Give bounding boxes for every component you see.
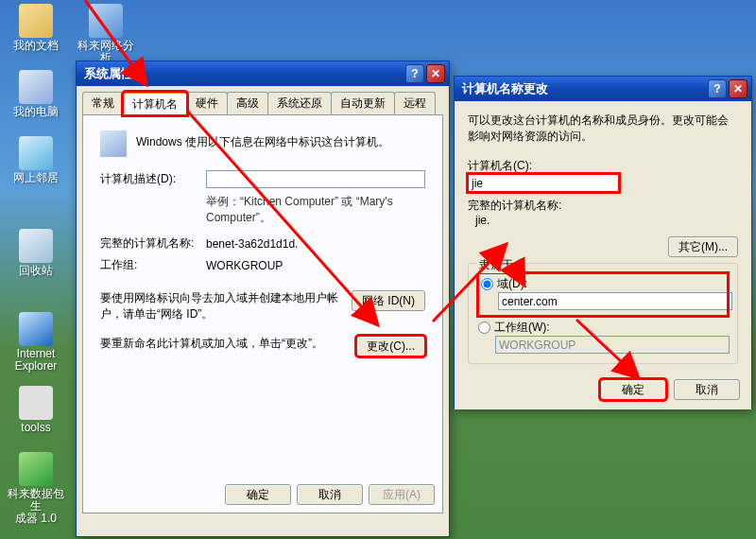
desktop-icon-toolss[interactable]: toolss xyxy=(6,386,66,434)
fullname-label: 完整的计算机名称: xyxy=(468,198,738,214)
computer-icon xyxy=(100,130,127,157)
help-button[interactable]: ? xyxy=(708,79,727,98)
titlebar[interactable]: 计算机名称更改 ? ✕ xyxy=(455,77,751,101)
member-of-group: 隶属于 域(D): 工作组(W): xyxy=(468,263,738,364)
desktop-icon-recycle[interactable]: 回收站 xyxy=(6,229,66,277)
workgroup-label: 工作组: xyxy=(100,257,206,273)
ok-button[interactable]: 确定 xyxy=(225,484,291,505)
desc-example: 举例：“Kitchen Computer” 或 “Mary's Computer… xyxy=(206,194,425,226)
desktop-icon-documents[interactable]: 我的文档 xyxy=(6,4,66,52)
tab-general[interactable]: 常规 xyxy=(82,92,124,115)
title-text: 系统属性 xyxy=(80,65,405,82)
tab-advanced[interactable]: 高级 xyxy=(227,92,268,115)
domain-input[interactable] xyxy=(498,292,732,310)
domain-radio[interactable] xyxy=(481,278,493,290)
cancel-button[interactable]: 取消 xyxy=(674,379,740,400)
window-rename: 计算机名称更改 ? ✕ 可以更改这台计算机的名称和成员身份。更改可能会影响对网络… xyxy=(454,76,752,409)
close-button[interactable]: ✕ xyxy=(729,79,747,98)
fullname-value: jie. xyxy=(468,214,738,227)
desktop-icon-packetgen[interactable]: 科来数据包生 成器 1.0 xyxy=(6,452,66,526)
computer-name-input[interactable] xyxy=(468,174,619,192)
ok-button[interactable]: 确定 xyxy=(600,379,666,400)
tab-hardware[interactable]: 硬件 xyxy=(186,92,228,115)
netid-text: 要使用网络标识向导去加入域并创建本地用户帐户，请单击“网络 ID”。 xyxy=(100,290,344,322)
apply-button[interactable]: 应用(A) xyxy=(369,484,435,505)
network-id-button[interactable]: 网络 ID(N) xyxy=(352,290,425,311)
intro-text: Windows 使用以下信息在网络中标识这台计算机。 xyxy=(136,130,425,157)
member-legend: 隶属于 xyxy=(476,257,516,273)
tab-remote[interactable]: 远程 xyxy=(394,92,436,115)
workgroup-input xyxy=(495,336,730,354)
workgroup-label: 工作组(W): xyxy=(494,320,550,336)
desc-input[interactable] xyxy=(206,170,425,188)
help-button[interactable]: ? xyxy=(405,64,424,83)
cancel-button[interactable]: 取消 xyxy=(297,484,363,505)
change-button[interactable]: 更改(C)... xyxy=(356,336,425,356)
desktop-icon-network[interactable]: 网上邻居 xyxy=(6,136,66,184)
domain-label: 域(D): xyxy=(497,276,527,292)
fullname-label: 完整的计算机名称: xyxy=(100,235,206,252)
desktop-icon-computer[interactable]: 我的电脑 xyxy=(6,70,66,118)
domain-radio-row[interactable]: 域(D): xyxy=(481,276,725,292)
desc-label: 计算机描述(D): xyxy=(100,171,206,187)
workgroup-value: WORKGROUP xyxy=(206,259,283,272)
workgroup-radio-row[interactable]: 工作组(W): xyxy=(478,320,728,336)
window-system-properties: 系统属性 ? ✕ 常规 计算机名 硬件 高级 系统还原 自动更新 远程 Wind… xyxy=(76,61,450,537)
fullname-value: benet-3a62d1d1d. xyxy=(206,237,298,251)
intro-text: 可以更改这台计算机的名称和成员身份。更改可能会影响对网络资源的访问。 xyxy=(468,113,738,145)
desktop-icon-ie[interactable]: Internet Explorer xyxy=(6,312,66,373)
close-button[interactable]: ✕ xyxy=(426,64,445,83)
change-text: 要重新命名此计算机或加入域，单击“更改”。 xyxy=(100,336,349,356)
titlebar[interactable]: 系统属性 ? ✕ xyxy=(77,61,449,86)
title-text: 计算机名称更改 xyxy=(458,80,708,97)
tab-auto-update[interactable]: 自动更新 xyxy=(331,92,395,115)
tab-system-restore[interactable]: 系统还原 xyxy=(267,92,332,115)
workgroup-radio[interactable] xyxy=(478,322,490,334)
tabstrip: 常规 计算机名 硬件 高级 系统还原 自动更新 远程 xyxy=(77,86,449,115)
more-button[interactable]: 其它(M)... xyxy=(668,236,738,257)
name-label: 计算机名(C): xyxy=(468,158,738,174)
tab-computer-name[interactable]: 计算机名 xyxy=(123,92,187,115)
